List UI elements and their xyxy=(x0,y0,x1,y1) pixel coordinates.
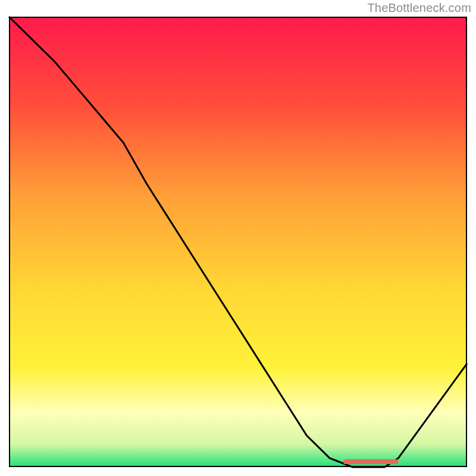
plot-area xyxy=(9,17,467,467)
attribution-text: TheBottleneck.com xyxy=(367,1,471,15)
plot-lines xyxy=(9,17,467,467)
highlight-band xyxy=(343,459,398,464)
bottleneck-curve xyxy=(9,17,467,467)
chart-container: TheBottleneck.com xyxy=(0,0,476,476)
